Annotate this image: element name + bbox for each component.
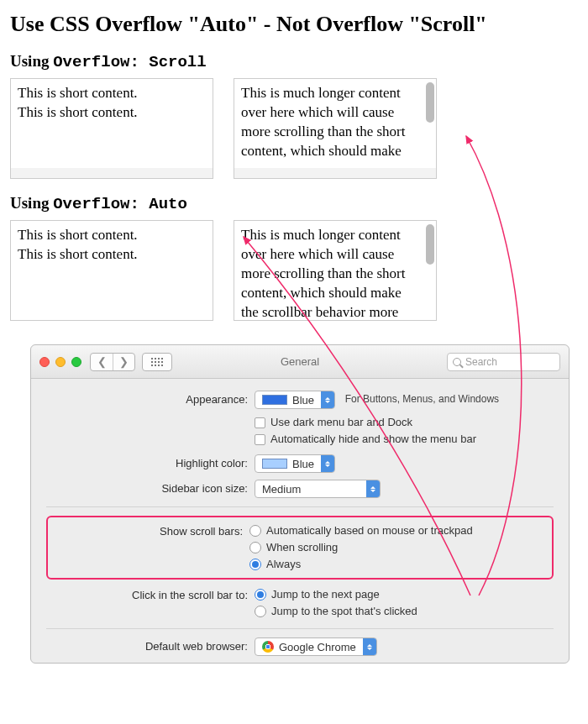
box-scroll-long-text: This is much longer content over here wh… <box>241 84 429 161</box>
stepper-icon <box>321 455 334 472</box>
close-icon[interactable] <box>39 357 50 367</box>
radio-when-scrolling[interactable]: When scrolling <box>249 539 545 556</box>
radio-jump-spot-label: Jump to the spot that's clicked <box>271 603 417 620</box>
titlebar: ❮ ❯ General Search <box>31 345 569 379</box>
scrollbar-h-icon <box>234 168 436 178</box>
box-scroll-long[interactable]: This is much longer content over here wh… <box>234 78 437 179</box>
checkbox-icon <box>255 434 265 445</box>
label-scrollbars: Show scroll bars: <box>48 522 249 541</box>
box-auto-long-text: This is much longer content over here wh… <box>241 226 429 321</box>
radio-jump-spot[interactable]: Jump to the spot that's clicked <box>255 603 554 620</box>
browser-value: Google Chrome <box>279 641 356 653</box>
mac-prefs-window: ❮ ❯ General Search Appearance: <box>30 344 570 664</box>
divider <box>46 628 554 629</box>
grid-icon <box>151 358 163 366</box>
appearance-select[interactable]: Blue <box>255 391 335 409</box>
appearance-value: Blue <box>292 394 314 407</box>
label-highlight: Highlight color: <box>46 454 255 473</box>
row-sidebar-size: Sidebar icon size: Medium <box>46 480 554 498</box>
stepper-icon <box>366 480 380 497</box>
box-scroll-short-text: This is short content. This is short con… <box>18 84 206 123</box>
appearance-hint: For Buttons, Menus, and Windows <box>345 393 499 405</box>
radio-icon <box>249 542 261 553</box>
label-appearance: Appearance: <box>46 391 255 409</box>
browser-select[interactable]: Google Chrome <box>255 637 377 656</box>
scrollbar-v-icon[interactable] <box>426 82 434 123</box>
dark-menu-checkbox[interactable]: Use dark menu bar and Dock <box>255 414 554 431</box>
maximize-icon[interactable] <box>71 357 81 367</box>
heading-auto: Using Overflow: Auto <box>10 194 588 213</box>
lightblue-swatch-icon <box>262 459 287 469</box>
label-click-scroll: Click in the scroll bar to: <box>46 586 255 605</box>
prefs-body: Appearance: Blue For Buttons, Menus, and… <box>31 379 569 663</box>
radio-auto-label: Automatically based on mouse or trackpad <box>266 522 473 539</box>
scrollbars-highlight: Show scroll bars: Automatically based on… <box>46 516 554 580</box>
autohide-menu-checkbox[interactable]: Automatically hide and show the menu bar <box>255 431 554 448</box>
checkbox-icon <box>255 417 265 428</box>
radio-jump-page-label: Jump to the next page <box>271 586 380 603</box>
row-click-scroll: Click in the scroll bar to: Jump to the … <box>46 586 554 620</box>
autohide-menu-label: Automatically hide and show the menu bar <box>270 431 476 448</box>
back-button[interactable]: ❮ <box>91 354 113 370</box>
heading-scroll: Using Overflow: Scroll <box>10 52 588 71</box>
minimize-icon[interactable] <box>55 357 66 367</box>
sidebar-size-value: Medium <box>262 483 301 496</box>
blue-swatch-icon <box>262 395 287 405</box>
heading-auto-code: Overflow: Auto <box>53 195 187 213</box>
divider <box>46 506 554 507</box>
stepper-icon <box>363 638 376 655</box>
forward-button[interactable]: ❯ <box>113 354 134 370</box>
radio-auto-mouse[interactable]: Automatically based on mouse or trackpad <box>249 522 545 539</box>
nav-back-forward: ❮ ❯ <box>90 353 135 371</box>
radio-jump-page[interactable]: Jump to the next page <box>255 586 554 603</box>
scrollbar-h-icon <box>11 168 213 178</box>
label-browser: Default web browser: <box>46 637 255 656</box>
sidebar-size-select[interactable]: Medium <box>255 480 381 498</box>
radio-always-label: Always <box>266 556 301 573</box>
radio-icon <box>255 606 266 617</box>
traffic-lights <box>39 357 81 367</box>
search-placeholder: Search <box>465 356 497 368</box>
box-auto-long[interactable]: This is much longer content over here wh… <box>234 220 437 321</box>
page-title: Use CSS Overflow "Auto" - Not Overflow "… <box>10 12 588 37</box>
box-auto-short-text: This is short content. This is short con… <box>18 226 206 265</box>
label-sidebar-size: Sidebar icon size: <box>46 480 255 498</box>
highlight-select[interactable]: Blue <box>255 454 335 473</box>
heading-auto-prefix: Using <box>10 194 53 212</box>
row-appearance: Appearance: Blue For Buttons, Menus, and… <box>46 391 554 448</box>
box-scroll-short[interactable]: This is short content. This is short con… <box>10 78 213 179</box>
dark-menu-label: Use dark menu bar and Dock <box>270 414 412 431</box>
radio-when-label: When scrolling <box>266 539 338 556</box>
show-all-button[interactable] <box>142 353 172 371</box>
chrome-icon <box>262 641 274 653</box>
row-highlight: Highlight color: Blue <box>46 454 554 473</box>
scrollbar-v-icon[interactable] <box>426 224 434 265</box>
radio-selected-icon <box>255 589 266 601</box>
row-scroll: This is short content. This is short con… <box>10 78 588 179</box>
row-auto: This is short content. This is short con… <box>10 220 588 321</box>
radio-selected-icon <box>249 559 261 570</box>
search-icon <box>453 358 461 366</box>
row-browser: Default web browser: Google Chrome <box>46 637 554 656</box>
heading-scroll-prefix: Using <box>10 52 53 70</box>
highlight-value: Blue <box>292 458 314 470</box>
stepper-icon <box>321 391 334 408</box>
heading-scroll-code: Overflow: Scroll <box>53 53 206 71</box>
box-auto-short[interactable]: This is short content. This is short con… <box>10 220 213 321</box>
search-input[interactable]: Search <box>447 353 560 371</box>
radio-always[interactable]: Always <box>249 556 545 573</box>
radio-icon <box>249 525 261 537</box>
